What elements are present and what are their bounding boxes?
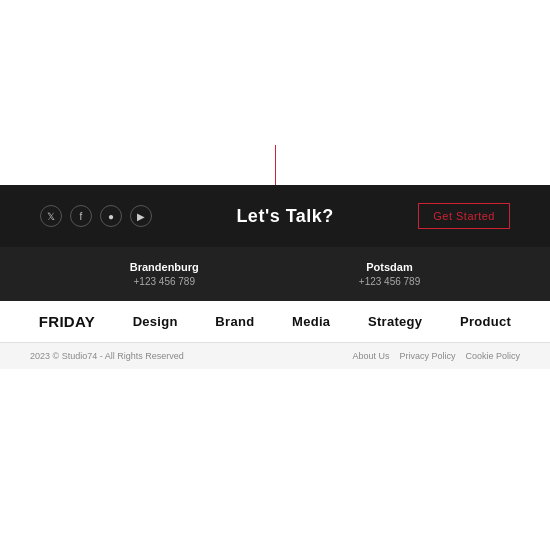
city-name-2: Potsdam	[359, 261, 420, 273]
footer-link-privacy[interactable]: Privacy Policy	[399, 351, 455, 361]
footer-link-cookie[interactable]: Cookie Policy	[465, 351, 520, 361]
nav-bar: FRIDAY Design Brand Media Strategy Produ…	[0, 301, 550, 342]
youtube-icon[interactable]: ▶	[130, 205, 152, 227]
address-bar: Brandenburg +123 456 789 Potsdam +123 45…	[0, 247, 550, 301]
phone-1: +123 456 789	[130, 276, 199, 287]
bottom-bar: 2023 © Studio74 - All Rights Reserved Ab…	[0, 342, 550, 369]
vertical-accent-line	[275, 145, 276, 185]
nav-item-design[interactable]: Design	[133, 314, 178, 329]
dark-section: 𝕏 f ● ▶ Let's Talk? Get Started Brandenb…	[0, 185, 550, 301]
phone-2: +123 456 789	[359, 276, 420, 287]
twitter-icon[interactable]: 𝕏	[40, 205, 62, 227]
social-icons-group: 𝕏 f ● ▶	[40, 205, 152, 227]
cta-bar: 𝕏 f ● ▶ Let's Talk? Get Started	[0, 185, 550, 247]
nav-item-product[interactable]: Product	[460, 314, 511, 329]
facebook-icon[interactable]: f	[70, 205, 92, 227]
footer-link-about[interactable]: About Us	[352, 351, 389, 361]
get-started-button[interactable]: Get Started	[418, 203, 510, 229]
top-white-section	[0, 0, 550, 185]
city-name-1: Brandenburg	[130, 261, 199, 273]
nav-item-strategy[interactable]: Strategy	[368, 314, 422, 329]
instagram-icon[interactable]: ●	[100, 205, 122, 227]
address-block-brandenburg: Brandenburg +123 456 789	[130, 261, 199, 287]
address-block-potsdam: Potsdam +123 456 789	[359, 261, 420, 287]
footer-links: About Us Privacy Policy Cookie Policy	[352, 351, 520, 361]
nav-item-friday[interactable]: FRIDAY	[39, 313, 95, 330]
copyright-text: 2023 © Studio74 - All Rights Reserved	[30, 351, 184, 361]
nav-item-media[interactable]: Media	[292, 314, 330, 329]
nav-item-brand[interactable]: Brand	[215, 314, 254, 329]
cta-text: Let's Talk?	[236, 206, 333, 227]
